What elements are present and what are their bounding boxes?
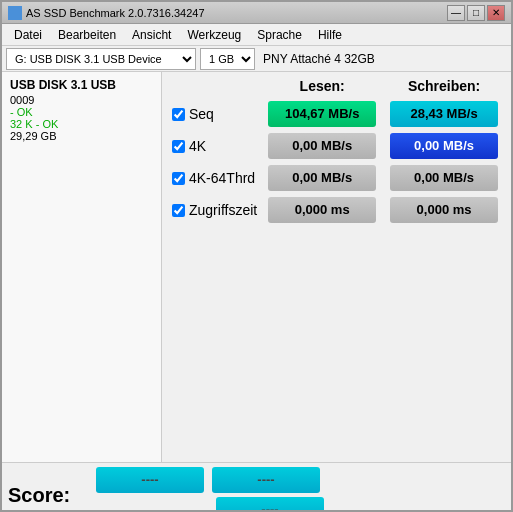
schreiben-cell-3: 0,000 ms bbox=[383, 194, 505, 226]
menu-werkzeug[interactable]: Werkzeug bbox=[179, 26, 249, 44]
device-name: PNY Attaché 4 32GB bbox=[263, 52, 375, 66]
table-row: 4K0,00 MB/s0,00 MB/s bbox=[168, 130, 505, 162]
menu-bearbeiten[interactable]: Bearbeiten bbox=[50, 26, 124, 44]
schreiben-value-1: 0,00 MB/s bbox=[390, 133, 498, 159]
score-total: ---- bbox=[216, 497, 324, 512]
maximize-button[interactable]: □ bbox=[467, 5, 485, 21]
minimize-button[interactable]: — bbox=[447, 5, 465, 21]
table-row: 4K-64Thrd0,00 MB/s0,00 MB/s bbox=[168, 162, 505, 194]
score-write: ---- bbox=[212, 467, 320, 493]
toolbar: G: USB DISK 3.1 USB Device 1 GB PNY Atta… bbox=[2, 46, 511, 72]
schreiben-cell-1: 0,00 MB/s bbox=[383, 130, 505, 162]
drive-info-1: 0009 bbox=[10, 94, 153, 106]
row-checkbox-1[interactable] bbox=[172, 140, 185, 153]
lesen-value-2: 0,00 MB/s bbox=[268, 165, 376, 191]
menu-hilfe[interactable]: Hilfe bbox=[310, 26, 350, 44]
lesen-value-3: 0,000 ms bbox=[268, 197, 376, 223]
menu-sprache[interactable]: Sprache bbox=[249, 26, 310, 44]
row-checkbox-0[interactable] bbox=[172, 108, 185, 121]
lesen-cell-2: 0,00 MB/s bbox=[261, 162, 383, 194]
title-text: AS SSD Benchmark 2.0.7316.34247 bbox=[26, 7, 205, 19]
size-select[interactable]: 1 GB bbox=[200, 48, 255, 70]
right-panel: Lesen: Schreiben: Seq104,67 MB/s28,43 MB… bbox=[162, 72, 511, 462]
title-bar: AS SSD Benchmark 2.0.7316.34247 — □ ✕ bbox=[2, 2, 511, 24]
left-panel: USB DISK 3.1 USB 0009 - OK 32 K - OK 29,… bbox=[2, 72, 162, 462]
drive-select[interactable]: G: USB DISK 3.1 USB Device bbox=[6, 48, 196, 70]
row-label-3: Zugriffszeit bbox=[172, 202, 257, 218]
score-label: Score: bbox=[8, 484, 88, 507]
lesen-value-1: 0,00 MB/s bbox=[268, 133, 376, 159]
lesen-cell-3: 0,000 ms bbox=[261, 194, 383, 226]
row-checkbox-2[interactable] bbox=[172, 172, 185, 185]
row-checkbox-3[interactable] bbox=[172, 204, 185, 217]
table-row: Seq104,67 MB/s28,43 MB/s bbox=[168, 98, 505, 130]
menu-ansicht[interactable]: Ansicht bbox=[124, 26, 179, 44]
bench-table: Lesen: Schreiben: Seq104,67 MB/s28,43 MB… bbox=[168, 76, 505, 226]
drive-info-4: 29,29 GB bbox=[10, 130, 153, 142]
menu-datei[interactable]: Datei bbox=[6, 26, 50, 44]
schreiben-cell-2: 0,00 MB/s bbox=[383, 162, 505, 194]
schreiben-value-3: 0,000 ms bbox=[390, 197, 498, 223]
row-label-2: 4K-64Thrd bbox=[172, 170, 257, 186]
lesen-cell-1: 0,00 MB/s bbox=[261, 130, 383, 162]
drive-info-3: 32 K - OK bbox=[10, 118, 153, 130]
schreiben-cell-0: 28,43 MB/s bbox=[383, 98, 505, 130]
score-section: Score: ---- ---- ---- bbox=[2, 462, 511, 512]
schreiben-value-0: 28,43 MB/s bbox=[390, 101, 498, 127]
window-controls: — □ ✕ bbox=[447, 5, 505, 21]
main-content: USB DISK 3.1 USB 0009 - OK 32 K - OK 29,… bbox=[2, 72, 511, 462]
lesen-cell-0: 104,67 MB/s bbox=[261, 98, 383, 130]
app-icon bbox=[8, 6, 22, 20]
drive-info-2: - OK bbox=[10, 106, 153, 118]
lesen-value-0: 104,67 MB/s bbox=[268, 101, 376, 127]
menu-bar: Datei Bearbeiten Ansicht Werkzeug Sprach… bbox=[2, 24, 511, 46]
drive-title: USB DISK 3.1 USB bbox=[10, 78, 153, 92]
close-button[interactable]: ✕ bbox=[487, 5, 505, 21]
row-label-0: Seq bbox=[172, 106, 257, 122]
schreiben-header: Schreiben: bbox=[383, 76, 505, 98]
row-label-1: 4K bbox=[172, 138, 257, 154]
lesen-header: Lesen: bbox=[261, 76, 383, 98]
table-row: Zugriffszeit0,000 ms0,000 ms bbox=[168, 194, 505, 226]
score-read: ---- bbox=[96, 467, 204, 493]
schreiben-value-2: 0,00 MB/s bbox=[390, 165, 498, 191]
